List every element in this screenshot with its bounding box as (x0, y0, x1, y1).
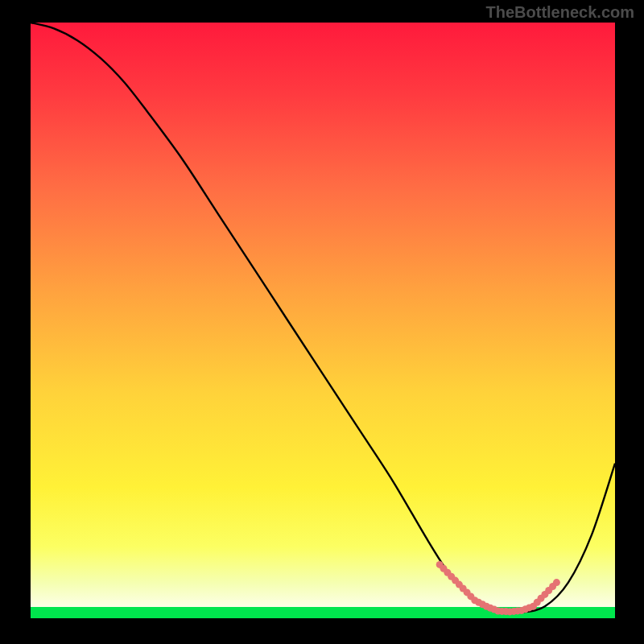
watermark-text: TheBottleneck.com (486, 3, 634, 22)
chart-container: TheBottleneck.com (0, 0, 644, 644)
bottleneck-chart (0, 0, 644, 644)
plot-area (31, 23, 615, 618)
highlight-dot (553, 579, 560, 586)
